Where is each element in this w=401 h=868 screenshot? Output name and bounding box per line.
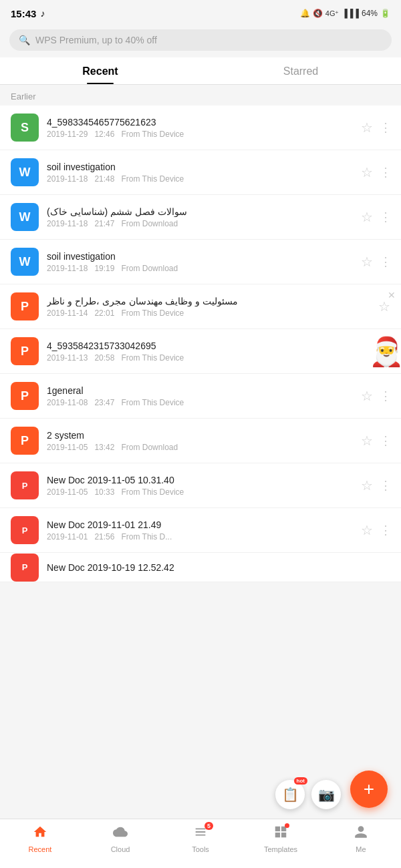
list-item[interactable]: W سوالات فصل ششم (شناسایی خاک) 2019-11-1…: [0, 195, 401, 240]
file-actions: ☆ ⋮: [361, 477, 390, 493]
search-bar: 🔍 WPS Premium, up to 40% off: [0, 24, 401, 57]
tools-badge: 5: [205, 822, 213, 830]
file-info: 1general 2019-11-08 23:47 From This Devi…: [47, 385, 353, 407]
star-button[interactable]: ☆: [361, 164, 373, 180]
more-button[interactable]: ⋮: [380, 165, 390, 180]
file-actions: ☆ ✕: [378, 298, 390, 314]
list-item[interactable]: W soil investigation 2019-11-18 21:48 Fr…: [0, 150, 401, 195]
list-item[interactable]: P 4_5935842315733042695 2019-11-13 20:58…: [0, 329, 401, 374]
file-actions: ☆ ⋮: [361, 388, 390, 404]
file-info: مسئولیت و وظایف مهندسان مجری ،طراح و ناظ…: [47, 296, 370, 318]
file-icon-word: W: [11, 203, 39, 231]
star-button[interactable]: ☆: [361, 433, 373, 449]
nav-item-templates[interactable]: Templates: [241, 825, 321, 853]
star-button[interactable]: ☆: [361, 254, 373, 270]
list-item[interactable]: P 1general 2019-11-08 23:47 From This De…: [0, 374, 401, 419]
list-item[interactable]: P New Doc 2019-10-19 12.52.42: [0, 553, 401, 582]
nav-item-me[interactable]: Me: [321, 825, 401, 853]
nav-item-recent[interactable]: Recent: [0, 825, 80, 853]
file-info: New Doc 2019-11-01 21.49 2019-11-01 21:5…: [47, 519, 353, 541]
svg-rect-2: [275, 833, 280, 837]
file-meta: 2019-11-18 19:19 From Download: [47, 264, 353, 273]
nav-label-me: Me: [356, 845, 366, 853]
file-icon-word: W: [11, 248, 39, 276]
tab-starred[interactable]: Starred: [200, 57, 401, 84]
templates-dot: [285, 823, 289, 828]
star-button[interactable]: ☆: [361, 522, 373, 538]
star-button[interactable]: ☆: [361, 388, 373, 404]
file-name: New Doc 2019-11-01 21.49: [47, 519, 353, 530]
list-item[interactable]: P New Doc 2019-11-01 21.49 2019-11-01 21…: [0, 508, 401, 553]
file-name: 1general: [47, 385, 353, 396]
nav-item-cloud[interactable]: Cloud: [80, 825, 160, 853]
scan-icon: 📋: [282, 787, 299, 803]
file-info: 2 system 2019-11-05 13:42 From Download: [47, 430, 353, 452]
templates-icon: [273, 825, 288, 843]
status-time: 15:43: [11, 8, 36, 19]
star-button[interactable]: ☆: [378, 343, 390, 359]
search-icon: 🔍: [19, 35, 30, 45]
battery-icon: 🔋: [380, 9, 390, 18]
more-button[interactable]: ⋮: [380, 254, 390, 269]
file-list: S 4_5983345465775621623 2019-11-29 12:46…: [0, 105, 401, 582]
file-name: 4_5935842315733042695: [47, 341, 370, 351]
more-button[interactable]: ⋮: [380, 478, 390, 493]
file-meta: 2019-11-08 23:47 From This Device: [47, 398, 353, 407]
more-button[interactable]: ⋮: [380, 210, 390, 224]
fab-add-button[interactable]: +: [350, 771, 388, 808]
list-item[interactable]: W soil investigation 2019-11-18 19:19 Fr…: [0, 240, 401, 284]
file-icon-presentation: P: [11, 292, 39, 320]
file-meta: 2019-11-05 10:33 From This Device: [47, 487, 353, 497]
file-info: soil investigation 2019-11-18 19:19 From…: [47, 251, 353, 273]
close-icon[interactable]: ✕: [388, 290, 396, 300]
file-actions: ☆ ⋮: [361, 120, 390, 136]
file-name: New Doc 2019-10-19 12.52.42: [47, 562, 390, 573]
more-button[interactable]: ⋮: [380, 389, 390, 403]
floating-action-buttons: 📋 hot 📷: [275, 780, 341, 809]
camera-button[interactable]: 📷: [311, 780, 341, 809]
nav-item-tools[interactable]: 5 Tools: [160, 825, 241, 853]
file-name: سوالات فصل ششم (شناسایی خاک): [47, 206, 353, 217]
list-item[interactable]: P 2 system 2019-11-05 13:42 From Downloa…: [0, 419, 401, 463]
file-meta: 2019-11-05 13:42 From Download: [47, 443, 353, 452]
file-actions: ☆ ⋮: [361, 209, 390, 225]
section-label: Earlier: [0, 85, 401, 105]
scan-button[interactable]: 📋 hot: [275, 780, 305, 809]
file-info: سوالات فصل ششم (شناسایی خاک) 2019-11-18 …: [47, 206, 353, 228]
svg-rect-0: [275, 827, 280, 831]
more-button[interactable]: ⋮: [380, 523, 390, 537]
more-button[interactable]: ⋮: [380, 433, 390, 448]
file-actions: ☆ ⋮: [361, 254, 390, 270]
nav-label-templates: Templates: [264, 845, 297, 853]
star-button[interactable]: ☆: [361, 209, 373, 225]
bottom-nav: Recent Cloud 5 Tools Templates Me: [0, 819, 401, 868]
file-icon-presentation: P: [11, 337, 39, 365]
file-actions: ☆ ⋮: [361, 522, 390, 538]
tab-recent[interactable]: Recent: [0, 57, 200, 84]
star-button[interactable]: ☆: [361, 477, 373, 493]
nav-label-recent: Recent: [29, 845, 52, 853]
search-wrapper[interactable]: 🔍 WPS Premium, up to 40% off: [9, 29, 392, 51]
search-placeholder: WPS Premium, up to 40% off: [35, 35, 157, 45]
file-icon-presentation: P: [11, 427, 39, 455]
nav-label-cloud: Cloud: [111, 845, 130, 853]
file-name: New Doc 2019-11-05 10.31.40: [47, 475, 353, 485]
status-icons: 🔔 🔇 4G⁺ ▐▐▐ 64% 🔋: [300, 9, 390, 18]
battery-text: 64%: [362, 9, 378, 18]
svg-rect-3: [281, 833, 286, 837]
add-icon: +: [364, 779, 374, 800]
file-icon-pdf: P: [11, 471, 39, 499]
tools-icon: 5: [193, 825, 208, 843]
star-button[interactable]: ☆: [361, 120, 373, 136]
signal-icon: ▐▐▐: [342, 9, 359, 18]
file-meta: 2019-11-14 22:01 From This Device: [47, 308, 370, 318]
list-item[interactable]: S 4_5983345465775621623 2019-11-29 12:46…: [0, 105, 401, 150]
list-item[interactable]: P New Doc 2019-11-05 10.31.40 2019-11-05…: [0, 463, 401, 508]
star-button[interactable]: ☆: [378, 298, 390, 314]
file-meta: 2019-11-13 20:58 From This Device: [47, 353, 370, 363]
list-item[interactable]: P مسئولیت و وظایف مهندسان مجری ،طراح و ن…: [0, 284, 401, 329]
more-button[interactable]: ⋮: [380, 120, 390, 135]
file-info: New Doc 2019-11-05 10.31.40 2019-11-05 1…: [47, 475, 353, 497]
file-info: soil investigation 2019-11-18 21:48 From…: [47, 162, 353, 184]
music-icon: ♪: [40, 8, 45, 19]
